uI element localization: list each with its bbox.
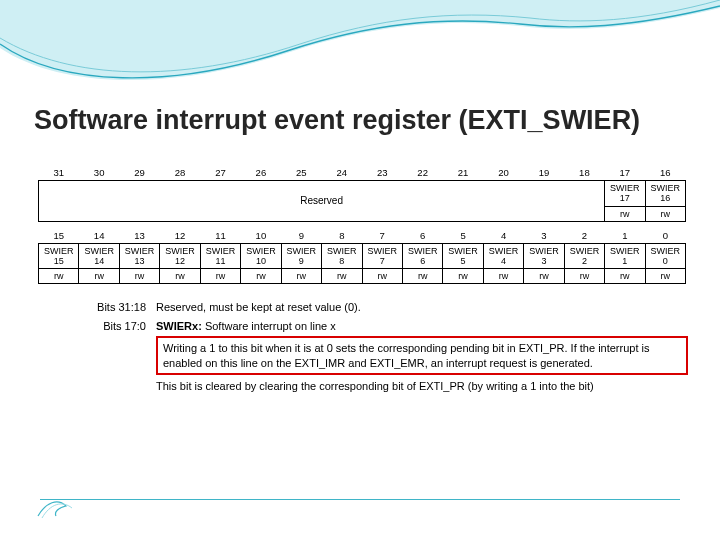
low-fieldname-row: SWIER15 SWIER14 SWIER13 SWIER12 SWIER11 … bbox=[39, 243, 686, 269]
field-cell: SWIER13 bbox=[119, 243, 159, 269]
bit-number: 25 bbox=[281, 165, 321, 181]
register-layout: 31 30 29 28 27 26 25 24 23 22 21 20 19 1… bbox=[38, 165, 686, 290]
high-bit-numbers-row: 31 30 29 28 27 26 25 24 23 22 21 20 19 1… bbox=[39, 165, 686, 181]
bit-number: 30 bbox=[79, 165, 119, 181]
low-rw-row: rw rw rw rw rw rw rw rw rw rw rw rw rw r… bbox=[39, 269, 686, 284]
bit-number: 26 bbox=[241, 165, 281, 181]
rw-cell: rw bbox=[362, 269, 402, 284]
desc-swier-rest: Software interrupt on line x bbox=[202, 320, 336, 332]
field-swier17: SWIER17 bbox=[605, 181, 645, 207]
reserved-cell: Reserved bbox=[39, 181, 605, 222]
bit-number: 1 bbox=[605, 228, 645, 244]
bit-number: 4 bbox=[483, 228, 523, 244]
rw-cell: rw bbox=[524, 269, 564, 284]
bit-number: 29 bbox=[119, 165, 159, 181]
bit-number: 5 bbox=[443, 228, 483, 244]
desc-label: Bits 17:0 bbox=[68, 319, 156, 394]
register-low-table: 15 14 13 12 11 10 9 8 7 6 5 4 3 2 1 0 SW… bbox=[38, 228, 686, 285]
rw-cell: rw bbox=[483, 269, 523, 284]
bit-number: 27 bbox=[200, 165, 240, 181]
low-bit-numbers-row: 15 14 13 12 11 10 9 8 7 6 5 4 3 2 1 0 bbox=[39, 228, 686, 244]
bit-number: 6 bbox=[402, 228, 442, 244]
header-wave bbox=[0, 0, 720, 90]
bit-number: 15 bbox=[39, 228, 79, 244]
field-cell: SWIER9 bbox=[281, 243, 321, 269]
rw-cell: rw bbox=[443, 269, 483, 284]
rw-cell: rw bbox=[200, 269, 240, 284]
bit-number: 24 bbox=[322, 165, 362, 181]
rw-cell: rw bbox=[241, 269, 281, 284]
desc-swier-bold: SWIERx: bbox=[156, 320, 202, 332]
field-swier16: SWIER16 bbox=[645, 181, 685, 207]
rw-cell: rw bbox=[605, 269, 645, 284]
bit-number: 8 bbox=[322, 228, 362, 244]
bit-number: 20 bbox=[483, 165, 523, 181]
desc-swier-row: Bits 17:0 SWIERx: Software interrupt on … bbox=[68, 319, 688, 394]
desc-text: Reserved, must be kept at reset value (0… bbox=[156, 300, 688, 315]
bit-number: 19 bbox=[524, 165, 564, 181]
bit-number: 7 bbox=[362, 228, 402, 244]
bit-number: 11 bbox=[200, 228, 240, 244]
field-cell: SWIER10 bbox=[241, 243, 281, 269]
bit-number: 31 bbox=[39, 165, 79, 181]
bit-number: 14 bbox=[79, 228, 119, 244]
highlighted-description: Writing a 1 to this bit when it is at 0 … bbox=[156, 336, 688, 376]
rw-cell: rw bbox=[402, 269, 442, 284]
slide-title: Software interrupt event register (EXTI_… bbox=[34, 105, 640, 136]
desc-swier-heading: SWIERx: Software interrupt on line x bbox=[156, 319, 688, 334]
bit-number: 16 bbox=[645, 165, 685, 181]
rw-cell: rw bbox=[39, 269, 79, 284]
desc-swier-tail: This bit is cleared by clearing the corr… bbox=[156, 379, 688, 394]
rw-cell: rw bbox=[564, 269, 604, 284]
bit-number: 18 bbox=[564, 165, 604, 181]
field-cell: SWIER15 bbox=[39, 243, 79, 269]
bit-number: 12 bbox=[160, 228, 200, 244]
field-cell: SWIER0 bbox=[645, 243, 685, 269]
field-cell: SWIER6 bbox=[402, 243, 442, 269]
field-cell: SWIER2 bbox=[564, 243, 604, 269]
rw-cell: rw bbox=[281, 269, 321, 284]
rw-cell: rw bbox=[645, 269, 685, 284]
bit-number: 2 bbox=[564, 228, 604, 244]
footer-divider bbox=[40, 499, 680, 500]
field-cell: SWIER8 bbox=[322, 243, 362, 269]
rw-cell: rw bbox=[322, 269, 362, 284]
bit-number: 23 bbox=[362, 165, 402, 181]
rw-cell: rw bbox=[160, 269, 200, 284]
desc-label: Bits 31:18 bbox=[68, 300, 156, 315]
rw-cell: rw bbox=[119, 269, 159, 284]
bit-number: 22 bbox=[402, 165, 442, 181]
high-fieldname-row: Reserved SWIER17 SWIER16 bbox=[39, 181, 686, 207]
field-cell: SWIER5 bbox=[443, 243, 483, 269]
bit-number: 9 bbox=[281, 228, 321, 244]
bit-number: 28 bbox=[160, 165, 200, 181]
bit-number: 13 bbox=[119, 228, 159, 244]
desc-body: SWIERx: Software interrupt on line x Wri… bbox=[156, 319, 688, 394]
bit-number: 3 bbox=[524, 228, 564, 244]
field-cell: SWIER11 bbox=[200, 243, 240, 269]
bit-number: 10 bbox=[241, 228, 281, 244]
bit-descriptions: Bits 31:18 Reserved, must be kept at res… bbox=[68, 300, 688, 398]
register-high-table: 31 30 29 28 27 26 25 24 23 22 21 20 19 1… bbox=[38, 165, 686, 222]
field-cell: SWIER12 bbox=[160, 243, 200, 269]
field-cell: SWIER14 bbox=[79, 243, 119, 269]
desc-reserved-row: Bits 31:18 Reserved, must be kept at res… bbox=[68, 300, 688, 315]
bit-number: 21 bbox=[443, 165, 483, 181]
field-cell: SWIER1 bbox=[605, 243, 645, 269]
rw-cell: rw bbox=[79, 269, 119, 284]
rw-cell: rw bbox=[605, 206, 645, 221]
bit-number: 0 bbox=[645, 228, 685, 244]
field-cell: SWIER4 bbox=[483, 243, 523, 269]
field-cell: SWIER7 bbox=[362, 243, 402, 269]
rw-cell: rw bbox=[645, 206, 685, 221]
field-cell: SWIER3 bbox=[524, 243, 564, 269]
bit-number: 17 bbox=[605, 165, 645, 181]
